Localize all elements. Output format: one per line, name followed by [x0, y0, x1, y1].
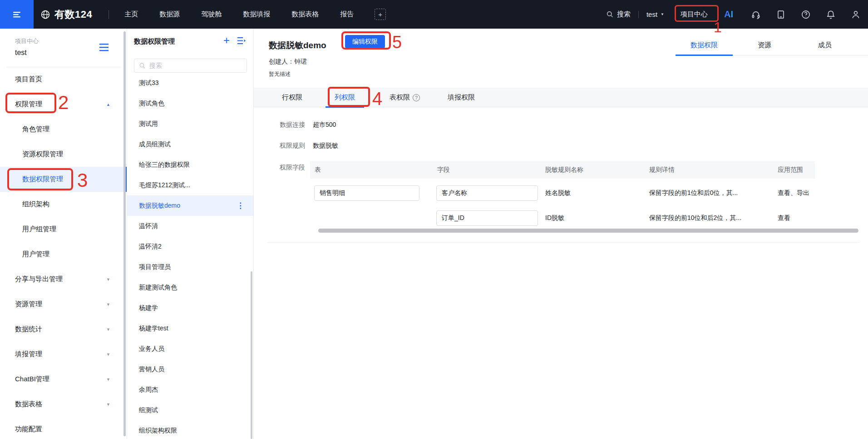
- perm-fields-table: 表 字段 脱敏规则名称 规则详情 应用范围 销售明细 客户名称 姓名脱敏 保留字…: [310, 161, 815, 229]
- field-name-input[interactable]: 客户名称: [436, 185, 538, 201]
- ai-assistant-button[interactable]: AI: [724, 9, 733, 20]
- list-item[interactable]: 温怀清: [127, 216, 253, 236]
- list-item[interactable]: 成员组测试: [127, 134, 253, 155]
- list-item[interactable]: 业务人员: [127, 339, 253, 359]
- tab-row-permission[interactable]: 行权限: [273, 88, 311, 107]
- panel-scrollbar[interactable]: [251, 271, 252, 439]
- notifications-button[interactable]: [826, 10, 836, 20]
- list-item[interactable]: 杨建学: [127, 298, 253, 318]
- list-item-label: 毛煜苏1212测试...: [139, 181, 190, 190]
- list-item[interactable]: 毛煜苏1212测试...: [127, 175, 253, 195]
- sidebar-item-user-mgmt[interactable]: 用户管理: [0, 242, 127, 267]
- list-item[interactable]: 给张三的数据权限: [127, 155, 253, 175]
- sidebar-item-resource-mgmt[interactable]: 资源管理 ▼: [0, 292, 127, 317]
- chevron-down-icon: ▼: [106, 327, 110, 332]
- list-item[interactable]: 杨建学test: [127, 318, 253, 339]
- list-item[interactable]: 测试33: [127, 73, 253, 93]
- sidebar-item-filling-mgmt[interactable]: 填报管理 ▼: [0, 342, 127, 367]
- chevron-down-icon: ▼: [106, 377, 110, 382]
- workspace-dropdown[interactable]: test ▼: [646, 10, 664, 18]
- hamburger-icon: [99, 44, 108, 51]
- sidebar-item-permission-mgmt[interactable]: 权限管理 ▲: [0, 92, 127, 117]
- field-value: 数据脱敏: [313, 142, 338, 150]
- nav-data-table[interactable]: 数据表格: [291, 10, 319, 19]
- tab-resources[interactable]: 资源: [736, 35, 793, 55]
- col-header-field: 字段: [433, 166, 541, 174]
- list-item[interactable]: 测试用: [127, 114, 253, 134]
- tab-label: 资源: [758, 41, 771, 50]
- support-button[interactable]: [751, 10, 761, 20]
- nav-dashboard[interactable]: 驾驶舱: [201, 10, 222, 19]
- sidebar-item-function-config[interactable]: 功能配置: [0, 417, 127, 439]
- list-item[interactable]: 温怀清2: [127, 236, 253, 257]
- tab-table-permission[interactable]: 表权限 ?: [380, 88, 429, 107]
- sidebar-item-org-structure[interactable]: 组织架构: [0, 192, 127, 217]
- add-role-button[interactable]: +: [223, 35, 230, 46]
- nav-report[interactable]: 报告: [340, 10, 354, 19]
- list-item[interactable]: 项目管理员: [127, 257, 253, 277]
- list-item[interactable]: 组织架构权限: [127, 420, 253, 439]
- list-item-selected[interactable]: 数据脱敏demo ⋮: [127, 195, 253, 216]
- main-menu-button[interactable]: [0, 0, 34, 29]
- tab-data-permission[interactable]: 数据权限: [676, 35, 733, 55]
- kebab-menu-icon[interactable]: ⋮: [237, 201, 244, 210]
- table-name-input[interactable]: 销售明细: [314, 185, 419, 201]
- user-icon: [851, 10, 861, 20]
- description-text: 暂无描述: [269, 70, 291, 78]
- sidebar-item-role-mgmt[interactable]: 角色管理: [0, 117, 127, 142]
- search-label: 搜索: [617, 10, 631, 19]
- global-search[interactable]: 搜索: [606, 10, 631, 19]
- sidebar-item-label: 数据统计: [15, 325, 42, 334]
- nav-data-filling[interactable]: 数据填报: [243, 10, 270, 19]
- list-item-label: 业务人员: [139, 345, 164, 353]
- list-item-label: 余周杰: [139, 386, 158, 394]
- tab-column-permission[interactable]: 列权限: [326, 88, 364, 107]
- collapse-list-button[interactable]: [237, 37, 246, 45]
- sidebar-item-label: 用户管理: [22, 250, 49, 259]
- sidebar-scrollbar[interactable]: [123, 31, 126, 436]
- project-center-button[interactable]: 项目中心: [675, 7, 713, 21]
- list-item[interactable]: 测试角色: [127, 93, 253, 114]
- tab-members[interactable]: 成员: [796, 35, 853, 55]
- add-tab-button[interactable]: +: [375, 9, 386, 20]
- mobile-app-button[interactable]: [776, 10, 786, 20]
- sidebar-item-data-statistics[interactable]: 数据统计 ▼: [0, 317, 127, 342]
- perm-fields-label: 权限字段: [280, 164, 305, 172]
- app-logo[interactable]: 有数124: [40, 8, 92, 21]
- collapse-list-icon: [237, 37, 246, 45]
- sidebar-item-resource-perm-mgmt[interactable]: 资源权限管理: [0, 142, 127, 167]
- chevron-down-icon: ▼: [661, 12, 664, 16]
- tab-filling-permission[interactable]: 填报权限: [439, 88, 484, 107]
- list-item[interactable]: 组测试: [127, 400, 253, 420]
- top-bar: 有数124 主页 数据源 驾驶舱 数据填报 数据表格 报告 + 搜索 test …: [0, 0, 868, 29]
- sidebar-item-project-home[interactable]: 项目首页: [0, 67, 127, 92]
- sidebar-item-data-table[interactable]: 数据表格 ▼: [0, 392, 127, 417]
- field-label: 权限规则: [280, 142, 305, 150]
- list-item[interactable]: 营销人员: [127, 359, 253, 379]
- list-item[interactable]: 余周杰: [127, 379, 253, 400]
- edit-permission-button[interactable]: 编辑权限: [345, 35, 385, 48]
- sidebar-nav: 项目首页 权限管理 ▲ 角色管理 资源权限管理 数据权限管理 组织架构 用户组管…: [0, 67, 127, 439]
- sidebar-collapse-button[interactable]: [99, 44, 108, 53]
- help-button[interactable]: [801, 10, 811, 20]
- sidebar-item-chatbi-mgmt[interactable]: ChatBI管理 ▼: [0, 367, 127, 392]
- horizontal-scrollbar[interactable]: [318, 229, 858, 233]
- role-search-input[interactable]: 搜索: [134, 59, 247, 73]
- sidebar-item-label: 权限管理: [15, 100, 42, 109]
- list-item-label: 测试用: [139, 120, 158, 128]
- help-circle-icon[interactable]: ?: [413, 94, 420, 101]
- list-item-label: 新建测试角色: [139, 284, 177, 292]
- sidebar-item-data-perm-mgmt[interactable]: 数据权限管理: [0, 167, 127, 192]
- sidebar-item-share-export-mgmt[interactable]: 分享与导出管理 ▼: [0, 267, 127, 292]
- sidebar-item-label: 功能配置: [15, 425, 42, 434]
- account-button[interactable]: [851, 10, 861, 20]
- left-sidebar: 项目中心 test 项目首页 权限管理 ▲ 角色管理 资源权限管理: [0, 29, 127, 439]
- nav-home[interactable]: 主页: [124, 10, 138, 19]
- list-item[interactable]: 新建测试角色: [127, 277, 253, 298]
- sidebar-item-usergroup-mgmt[interactable]: 用户组管理: [0, 217, 127, 242]
- nav-datasource[interactable]: 数据源: [159, 10, 180, 19]
- hamburger-icon: [11, 9, 22, 20]
- chevron-down-icon: ▼: [106, 402, 110, 407]
- field-name-input[interactable]: 订单_ID: [436, 210, 538, 226]
- list-item-label: 杨建学test: [139, 324, 168, 333]
